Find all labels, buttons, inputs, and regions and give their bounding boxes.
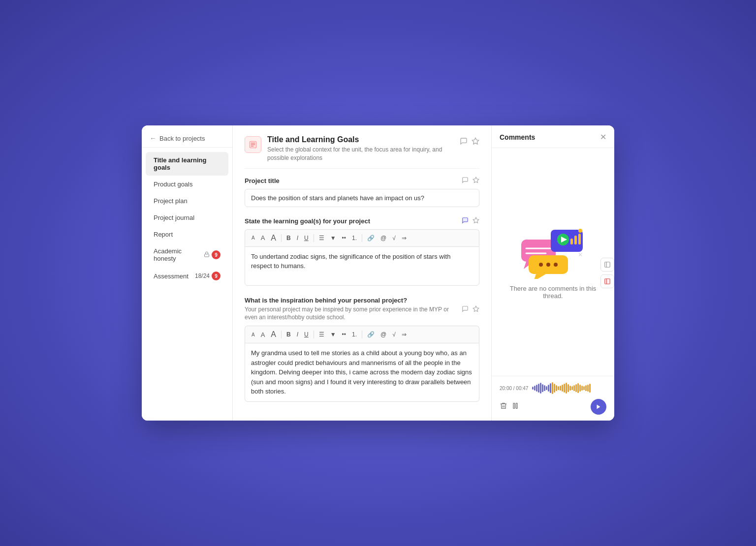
close-comments-button[interactable]: ✕ [600, 132, 606, 142]
learning-goals-toolbar: A A A B I U ☰ ▼ •• 1. 🔗 @ √ ⇒ [245, 229, 479, 246]
toolbar2-font-small[interactable]: A [249, 331, 257, 339]
toolbar2-font-medium[interactable]: A [258, 330, 268, 340]
back-arrow-icon: ← [150, 134, 157, 142]
toolbar2-bullet[interactable]: •• [340, 330, 348, 339]
section-icon [245, 136, 261, 153]
wave-bar-19 [569, 386, 571, 391]
back-button[interactable]: ← Back to projects [142, 129, 232, 148]
no-comments-text: There are no comments in this thread. [500, 285, 606, 300]
toolbar2-underline[interactable]: U [302, 330, 311, 339]
svg-rect-11 [605, 279, 610, 284]
section-subtitle: Select the global context for the unit, … [267, 146, 454, 162]
nav-item-right-assessment: 18/249 [195, 272, 220, 280]
toolbar-formula[interactable]: √ [390, 233, 398, 243]
toolbar-italic[interactable]: I [294, 233, 301, 243]
nav-badge-academic-honesty: 9 [212, 250, 220, 259]
wave-bar-9 [550, 383, 551, 393]
toolbar2-arrow[interactable]: ⇒ [399, 330, 409, 339]
right-action-btn-2[interactable] [600, 274, 614, 288]
wave-bar-4 [540, 383, 541, 394]
bookmark-icon-3[interactable] [472, 217, 479, 225]
sidebar-item-project-plan[interactable]: Project plan [146, 193, 228, 209]
sidebar-item-label-title-learning: Title and learning goals [154, 156, 220, 171]
audio-time: 20:00 / 00:47 [500, 386, 528, 391]
toolbar2-italic[interactable]: I [294, 330, 301, 339]
toolbar2-mention[interactable]: @ [378, 330, 389, 339]
svg-point-27 [554, 263, 558, 267]
wave-bar-21 [573, 385, 575, 391]
wave-bar-5 [542, 384, 543, 392]
delete-audio-button[interactable] [500, 402, 507, 412]
audio-waveform [532, 382, 606, 394]
sidebar-item-project-journal[interactable]: Project journal [146, 210, 228, 226]
sidebar-item-label-academic-honesty: Academic honesty [154, 247, 204, 262]
toolbar-font-small[interactable]: A [249, 234, 257, 242]
comments-header: Comments ✕ [492, 125, 614, 148]
toolbar-link[interactable]: 🔗 [365, 233, 377, 243]
wave-bar-14 [560, 386, 561, 391]
back-label: Back to projects [159, 135, 205, 142]
sidebar-item-product-goals[interactable]: Product goals [146, 176, 228, 192]
bookmark-icon-4[interactable] [472, 305, 479, 314]
audio-controls [500, 399, 606, 415]
toolbar-bold[interactable]: B [284, 233, 293, 243]
toolbar2-link[interactable]: 🔗 [365, 330, 377, 339]
audio-bar: 20:00 / 00:47 [500, 382, 606, 394]
section-title-block: Title and Learning Goals Select the glob… [267, 135, 454, 162]
svg-rect-32 [516, 403, 517, 409]
comment-icon[interactable] [460, 137, 468, 147]
wave-bar-25 [581, 386, 583, 391]
sidebar-item-academic-honesty[interactable]: Academic honesty9 [146, 243, 228, 267]
svg-point-26 [546, 263, 550, 267]
learning-goals-label: State the learning goal(s) for your proj… [245, 217, 370, 225]
section-title: Title and Learning Goals [267, 135, 454, 144]
inspiration-subtitle: Your personal project may be inspired by… [245, 305, 462, 322]
lock-icon-academic-honesty [204, 251, 210, 259]
toolbar2-bold[interactable]: B [284, 330, 293, 339]
toolbar-align[interactable]: ☰ [316, 233, 327, 243]
right-action-btn-1[interactable] [600, 258, 614, 272]
bookmark-icon[interactable] [472, 137, 479, 147]
nav-badge-assessment: 9 [212, 272, 220, 280]
toolbar-align-dropdown[interactable]: ▼ [328, 233, 339, 243]
toolbar2-font-large[interactable]: A [268, 329, 279, 340]
toolbar-font-large[interactable]: A [268, 232, 279, 244]
comment-icon-3[interactable] [462, 217, 469, 225]
bookmark-icon-2[interactable] [472, 177, 479, 185]
sidebar-item-label-project-journal: Project journal [154, 214, 194, 221]
toolbar-bullet[interactable]: •• [340, 233, 348, 243]
sidebar-item-title-learning[interactable]: Title and learning goals [146, 152, 228, 176]
wave-bar-13 [558, 386, 559, 390]
project-title-label-row: Project title [245, 177, 479, 185]
pause-audio-button[interactable] [511, 402, 519, 412]
wave-bar-1 [534, 386, 536, 391]
toolbar2-align-dropdown[interactable]: ▼ [328, 330, 339, 339]
toolbar-ordered[interactable]: 1. [349, 233, 359, 243]
svg-marker-6 [473, 177, 479, 182]
toolbar-underline[interactable]: U [302, 233, 311, 243]
wave-bar-10 [552, 382, 553, 394]
play-audio-button[interactable] [591, 399, 606, 415]
toolbar-arrow[interactable]: ⇒ [399, 233, 409, 243]
svg-rect-0 [205, 254, 209, 257]
toolbar2-align[interactable]: ☰ [316, 330, 327, 339]
svg-marker-33 [597, 405, 600, 409]
svg-point-25 [539, 263, 543, 267]
toolbar-font-medium[interactable]: A [258, 233, 268, 243]
comment-icon-4[interactable] [462, 305, 469, 314]
main-content: Title and Learning Goals Select the glob… [233, 125, 491, 421]
wave-bar-18 [567, 384, 569, 392]
learning-goals-editor[interactable]: To undertand zodiac signs, the significa… [245, 246, 479, 286]
project-title-input[interactable]: Does the position of stars and planets h… [245, 189, 479, 207]
toolbar-mention[interactable]: @ [378, 233, 389, 243]
sidebar-item-assessment[interactable]: Assessment18/249 [146, 267, 228, 285]
project-title-label: Project title [245, 177, 280, 184]
comments-body: ✕ ✕ There are no comments in this thread… [492, 148, 614, 376]
wave-bar-12 [556, 385, 557, 391]
comment-icon-2[interactable] [462, 177, 469, 185]
sidebar-item-report[interactable]: Report [146, 226, 228, 243]
toolbar2-ordered[interactable]: 1. [349, 330, 359, 339]
inspiration-editor[interactable]: My grandma used to tell me stories as a … [245, 343, 479, 402]
toolbar2-formula[interactable]: √ [390, 330, 398, 339]
toolbar-sep-1 [281, 234, 282, 242]
